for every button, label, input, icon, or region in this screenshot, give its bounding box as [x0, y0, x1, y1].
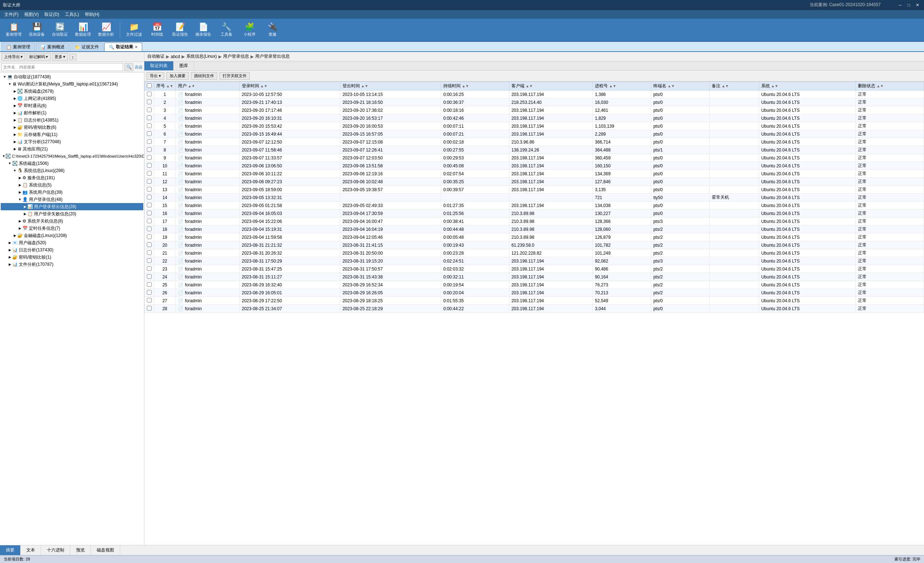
expander-path[interactable]: ▼ — [2, 154, 5, 159]
tree-node-boot[interactable]: ▶ ⚙ 系统开关机信息(8) — [1, 217, 143, 225]
tab-evidence-file[interactable]: 📁 证据文件 — [70, 43, 104, 51]
decode-button[interactable]: 标记解码 ▾ — [27, 53, 51, 61]
tree-node-loganalysis2[interactable]: ▶ 📊 日志分析(137430) — [1, 246, 143, 253]
expander-cloud[interactable]: ▶ — [12, 132, 17, 137]
row-checkbox-4[interactable] — [145, 114, 154, 122]
tree-node-login-fail[interactable]: ▶ 📋 用户登录失败信息(20) — [1, 210, 143, 217]
row-checkbox-8[interactable] — [145, 146, 154, 154]
tree-node-computer[interactable]: ▼ 🖥 Wu\测试计算机(Meiya_StaffB_laptop.e01)(15… — [1, 81, 143, 88]
row-checkbox-1[interactable] — [145, 91, 154, 99]
rt-open-file-button[interactable]: 打开关联文件 — [219, 72, 250, 80]
expander-loganalysis2[interactable]: ▶ — [7, 247, 12, 253]
col-note[interactable]: 备注 ▲▼ — [710, 82, 759, 91]
menu-tools[interactable]: 工具(L) — [62, 11, 82, 18]
expander-fileanalysis[interactable]: ▶ — [7, 262, 12, 267]
select-all-checkbox[interactable] — [147, 83, 152, 88]
export-button[interactable]: 上传导出 ▾ — [2, 53, 25, 61]
row-checkbox-16[interactable] — [145, 210, 154, 217]
row-checkbox-20[interactable] — [145, 241, 154, 249]
summary-rpt-button[interactable]: 📄 摘录报告 — [192, 20, 214, 40]
minimize-button[interactable]: ─ — [897, 2, 904, 8]
bottom-tab-summary[interactable]: 摘要 — [0, 545, 21, 555]
tab-case-overview[interactable]: 📊 案例概述 — [36, 43, 69, 51]
menu-help[interactable]: 帮助(H) — [82, 11, 102, 18]
tree-node-sysdisk2[interactable]: ▼ 💽 系统磁盘(1506) — [1, 160, 143, 167]
search-button[interactable]: 🔍 — [124, 63, 133, 71]
tab-extract-result-close[interactable]: ✕ — [135, 45, 138, 49]
col-num[interactable]: 序号 ▲▼ — [154, 82, 176, 91]
row-checkbox-2[interactable] — [145, 99, 154, 106]
rt-export-button[interactable]: 导出 ▾ — [147, 72, 164, 80]
tree-node-sysdisk[interactable]: ▶ 💽 系统磁盘(2678) — [1, 88, 143, 95]
expander-otherapp[interactable]: ▶ — [12, 147, 17, 151]
extract-rpt-button[interactable]: 📝 取证报告 — [169, 20, 191, 40]
tree-node-logininfo[interactable]: ▼ 👤 用户登录信息(48) — [1, 196, 143, 203]
tree-node-linux-sys[interactable]: ▼ 🐧 系统信息(Linux)(298) — [1, 167, 143, 174]
rt-jump-file-button[interactable]: 跳转到文件 — [191, 72, 217, 80]
expander-sysinfo[interactable]: ▶ — [17, 183, 22, 187]
row-checkbox-13[interactable] — [145, 186, 154, 194]
col-system[interactable]: 系统 ▲▼ — [759, 82, 855, 91]
sort-button[interactable]: ↕ — [69, 54, 76, 60]
menu-file[interactable]: 文件(F) — [2, 11, 21, 18]
expander-boot[interactable]: ▶ — [17, 219, 22, 224]
row-checkbox-28[interactable] — [145, 305, 154, 313]
col-status[interactable]: 删除状态 ▲▼ — [856, 82, 924, 91]
col-user[interactable]: 用户 ▲▼ — [176, 82, 240, 91]
tree-node-service[interactable]: ▶ ⚙ 服务信息(191) — [1, 174, 143, 181]
row-checkbox-3[interactable] — [145, 106, 154, 114]
advanced-search-link[interactable]: 高级 — [135, 64, 142, 70]
row-checkbox-9[interactable] — [145, 154, 154, 162]
row-checkbox-12[interactable] — [145, 178, 154, 186]
row-checkbox-15[interactable] — [145, 202, 154, 210]
tree-node-textanalysis[interactable]: ▶ 📊 文字分析(1277046) — [1, 138, 143, 145]
col-terminal[interactable]: 终端名 ▲▼ — [651, 82, 710, 91]
tree-node-im[interactable]: ▶ 📅 即时通讯(6) — [1, 102, 143, 109]
expander-im[interactable]: ▶ — [12, 103, 17, 108]
expander-linux-sys[interactable]: ▼ — [12, 168, 17, 173]
more-button[interactable]: 更多 ▾ — [52, 53, 68, 61]
expander-password[interactable]: ▶ — [12, 125, 17, 130]
row-checkbox-17[interactable] — [145, 217, 154, 225]
expander-autoextract[interactable]: ▼ — [2, 74, 7, 79]
bottom-tab-disk[interactable]: 磁盘视图 — [91, 545, 120, 555]
toolbox-button[interactable]: 🔧 工具集 — [216, 20, 237, 40]
bottom-tab-hex[interactable]: 十六进制 — [41, 545, 70, 555]
right-tab-gallery[interactable]: 图库 — [174, 61, 194, 70]
row-checkbox-26[interactable] — [145, 289, 154, 297]
expander-pwcmp[interactable]: ▶ — [7, 255, 12, 260]
expander-cron[interactable]: ▶ — [17, 226, 22, 231]
row-checkbox-5[interactable] — [145, 122, 154, 130]
tree-node-network[interactable]: ▶ 🌐 上网记录(41895) — [1, 95, 143, 102]
expander-login-logout[interactable]: ▶ — [22, 204, 27, 209]
expander-sysdisk2[interactable]: ▼ — [7, 161, 12, 166]
window-controls[interactable]: ─ □ ✕ — [897, 2, 921, 8]
tree-node-login-logout[interactable]: ▶ 📊 用户登录登出信息(28) — [1, 203, 143, 210]
expander-service[interactable]: ▶ — [17, 175, 22, 180]
row-checkbox-10[interactable] — [145, 162, 154, 170]
tab-case-mgmt[interactable]: 📋 案例管理 — [2, 43, 35, 51]
close-button[interactable]: ✕ — [914, 2, 921, 8]
tree-node-password[interactable]: ▶ 🔐 密码/密钥比数(6) — [1, 124, 143, 131]
tree-node-cron[interactable]: ▶ 📅 定时任务信息(7) — [1, 225, 143, 232]
data-analysis-button[interactable]: 📈 数据分析 — [95, 20, 117, 40]
expander-sysuser[interactable]: ▶ — [17, 190, 22, 195]
expander-logininfo[interactable]: ▼ — [17, 197, 22, 202]
timeline-button[interactable]: 📅 时间线 — [146, 20, 168, 40]
right-tab-list[interactable]: 取证列表 — [144, 61, 174, 70]
rt-add-summary-button[interactable]: 加入摘要 — [166, 72, 189, 80]
expander-userdisk[interactable]: ▶ — [7, 240, 12, 245]
col-logout[interactable]: 登出时间 ▲▼ — [340, 82, 441, 91]
tree-node-pwcmp[interactable]: ▶ 🔐 密码/密钥比较(1) — [1, 253, 143, 261]
menu-extract[interactable]: 取证(D) — [42, 11, 62, 18]
row-checkbox-21[interactable] — [145, 249, 154, 257]
tree-node-autoextract[interactable]: ▼ 💻 自动取证(1877438) — [1, 73, 143, 81]
tree-node-loganalysis[interactable]: ▶ 📋 日志分析(143851) — [1, 117, 143, 124]
row-checkbox-23[interactable] — [145, 265, 154, 273]
col-login[interactable]: 登录时间 ▲▼ — [239, 82, 340, 91]
tree-node-cloud[interactable]: ▶ 📁 云存储客户端(11) — [1, 131, 143, 138]
tree-node-finance[interactable]: ▶ 🔐 金融磁盘(Linux)(1208) — [1, 232, 143, 239]
search-input[interactable] — [2, 63, 123, 71]
row-checkbox-19[interactable] — [145, 234, 154, 241]
maximize-button[interactable]: □ — [905, 2, 912, 8]
